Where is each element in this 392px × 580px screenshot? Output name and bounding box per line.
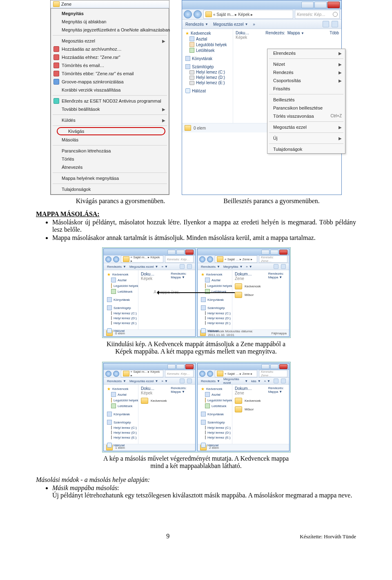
sidebar-item-letoltesek[interactable]: Letöltések — [183, 47, 232, 53]
search-input[interactable]: Keresés: Kép… — [295, 10, 340, 19]
sidebar-item-asztal[interactable]: Asztal — [183, 36, 232, 42]
page-number: 9 — [166, 533, 169, 540]
help-icon[interactable] — [332, 21, 338, 27]
caption-right: Beillesztés parancs a gyorsmenüben. — [202, 197, 341, 205]
nav-back-icon[interactable] — [184, 10, 192, 18]
sub-bullet-body: Új példányt létrehozhatunk egy tetszőleg… — [52, 492, 352, 499]
more-arrow[interactable]: Több — [330, 31, 339, 40]
bullet-2: Mappa másolásakor annak tartalmát is átm… — [52, 234, 356, 242]
ctx-item[interactable]: Groove-mappa szinkronizálása — [51, 78, 169, 86]
search-icon — [333, 12, 338, 17]
ctx-item[interactable]: Kivágás — [57, 127, 165, 135]
ctx-item[interactable]: Parancsikon beillesztése — [267, 104, 345, 112]
page-footer: 9 Készítette: Horváth Tünde — [0, 533, 392, 545]
figure-1-wrap: « Saját m... ▸ Képek ▸ Keresés: Kép… Ren… — [102, 247, 290, 338]
ctx-item[interactable]: Hozzáadás ehhez: "Zene.rar" — [51, 53, 169, 61]
address-text: « Saját m... ▸ Képek ▸ — [213, 12, 253, 17]
ctx-item[interactable]: Tulajdonságok — [51, 185, 169, 193]
figure-2: « Saját m... ▸ Képek ▸ Keresés: Kép… Ren… — [102, 362, 291, 452]
ctx-item[interactable]: Átnevezés — [51, 163, 169, 171]
address-bar[interactable]: « Saját m... ▸ Képek ▸ — [203, 10, 293, 19]
ctx-item[interactable]: Nézet▶ — [267, 60, 345, 68]
context-menu-right: Elrendezés▶Nézet▶Rendezés▶Csoportosítás▶… — [267, 49, 345, 154]
caption-left: Kivágás parancs a gyorsmenüben. — [51, 197, 190, 205]
ctx-item[interactable]: Megnyitás — [51, 9, 169, 18]
ctx-item[interactable]: Küldés▶ — [51, 116, 169, 124]
ctx-item[interactable]: Elrendezés▶ — [267, 49, 345, 57]
context-menu-left: MegnyitásMegnyitás új ablakbanMegnyitás … — [51, 8, 169, 195]
sidebar-item-legutobbi[interactable]: Legutóbbi helyek — [183, 42, 232, 47]
status-text: 0 elem — [194, 126, 206, 130]
ctx-item[interactable]: Törlés — [51, 155, 169, 163]
toolbar-more[interactable]: » — [253, 22, 255, 27]
sub-bullet-title: Másik mappába másolás — [52, 484, 117, 491]
ctx-item[interactable]: Ellenőrzés az ESET NOD32 Antivirus progr… — [51, 97, 169, 105]
ctx-item[interactable]: Beillesztés — [267, 96, 345, 104]
folder-icon — [205, 11, 212, 17]
sidebar-drive-d[interactable]: Helyi lemez (D:) — [183, 75, 232, 80]
ctx-item[interactable]: Új▶ — [267, 134, 345, 142]
window-titlebar — [182, 0, 341, 9]
folder-icon — [53, 1, 60, 7]
folder-icon — [185, 125, 191, 131]
ctx-item[interactable]: Megosztás ezzel▶ — [267, 123, 345, 131]
bullet-1: Másoláskor új példányt, másolatot hozzuk… — [52, 219, 356, 233]
sidebar-computer-header[interactable]: Számítógép — [183, 64, 232, 69]
italic-subheading: Másolási módok - a másolás helye alapján… — [36, 476, 356, 484]
footer-author: Készítette: Horváth Tünde — [300, 533, 356, 540]
ctx-item[interactable]: Megnyitás új ablakban — [51, 18, 169, 26]
right-explorer-panel: « Saját m... ▸ Képek ▸ Keresés: Kép… Ren… — [182, 0, 342, 195]
maximize-button[interactable] — [314, 2, 327, 8]
ctx-item[interactable]: Tulajdonságok — [267, 145, 345, 153]
toolbar: Rendezés ▼ Megosztás ezzel ▼ » — [182, 20, 341, 29]
figure-2-caption: A kép a másolás művelet végeredményét mu… — [102, 455, 290, 470]
ctx-item[interactable]: Hozzáadás az archívumhoz… — [51, 45, 169, 53]
sidebar-drive-e[interactable]: Helyi lemez (E:) — [183, 80, 232, 85]
ctx-item[interactable]: Mappa helyének megnyitása — [51, 174, 169, 182]
sub-bullet-item: Másik mappába másolás: Új példányt létre… — [52, 484, 356, 499]
minimize-button[interactable] — [301, 2, 314, 8]
ctx-item[interactable]: Másolás — [51, 136, 169, 144]
ctx-item[interactable]: Csoportosítás▶ — [267, 76, 345, 85]
ctx-item[interactable]: Frissítés — [267, 85, 345, 93]
section-heading: MAPPA MÁSOLÁSA: — [36, 211, 356, 218]
top-captions-row: Kivágás parancs a gyorsmenüben. Beillesz… — [36, 197, 356, 205]
sidebar-drive-c[interactable]: Helyi lemez (C:) — [183, 69, 232, 75]
folder-title-row: Zene — [51, 0, 169, 8]
ctx-item[interactable]: Megnyitás jegyzetfüzetként a OneNote alk… — [51, 26, 169, 34]
ctx-item[interactable]: Tömörítés és email… — [51, 61, 169, 69]
address-row: « Saját m... ▸ Képek ▸ Keresés: Kép… — [182, 9, 341, 20]
sidebar-libraries-header[interactable]: Könyvtárak — [183, 56, 232, 61]
nav-fwd-icon[interactable] — [194, 10, 202, 18]
content-breadcrumb: Doku… — [236, 31, 249, 35]
sort-value[interactable]: Mappa — [287, 31, 300, 35]
ctx-item[interactable]: Parancsikon létrehozása — [51, 147, 169, 155]
ctx-item[interactable]: Rendezés▶ — [267, 68, 345, 76]
ctx-item[interactable]: Tömörítés ebbe: "Zene.rar" és email — [51, 69, 169, 78]
copy-arrow-icon — [157, 292, 235, 293]
ctx-item[interactable]: Korábbi verziók visszaállítása — [51, 86, 169, 94]
figure-1-caption: Kiindulási kép. A Kedvencek mappát átmás… — [102, 340, 290, 355]
toolbar-megosztas[interactable]: Megosztás ezzel ▼ — [213, 22, 248, 27]
left-context-menu-panel: Zene MegnyitásMegnyitás új ablakbanMegny… — [50, 0, 169, 195]
figure-2-wrap: « Saját m... ▸ Képek ▸ Keresés: Kép… Ren… — [102, 362, 290, 452]
sidebar-favorites-header[interactable]: ★Kedvencek — [183, 31, 232, 36]
content-subline: Képek — [236, 35, 249, 40]
toolbar-rendezes[interactable]: Rendezés ▼ — [185, 22, 208, 27]
ctx-item[interactable]: További beállítások▶ — [51, 105, 169, 113]
ctx-item[interactable]: Törlés visszavonásaCtrl+Z — [267, 112, 345, 120]
main-bullet-list: Másoláskor új példányt, másolatot hozzuk… — [36, 219, 356, 242]
search-placeholder: Keresés: Kép… — [297, 12, 325, 17]
close-button[interactable] — [327, 2, 340, 8]
top-screenshots-row: Zene MegnyitásMegnyitás új ablakbanMegny… — [36, 0, 356, 195]
window-body: ★Kedvencek Asztal Legutóbbi helyek Letöl… — [182, 29, 341, 123]
sidebar-network-header[interactable]: Hálózat — [183, 88, 232, 94]
view-icon[interactable] — [323, 21, 329, 27]
sidebar: ★Kedvencek Asztal Legutóbbi helyek Letöl… — [182, 29, 233, 123]
folder-title-text: Zene — [61, 2, 71, 7]
sub-bullet-list: Másik mappába másolás: Új példányt létre… — [36, 484, 356, 499]
ctx-item[interactable]: Megosztás ezzel▶ — [51, 37, 169, 45]
content-column-headers: Doku… Képek Rendezés: Mappa ▼ Több — [236, 31, 339, 40]
sort-label: Rendezés: — [265, 31, 285, 35]
